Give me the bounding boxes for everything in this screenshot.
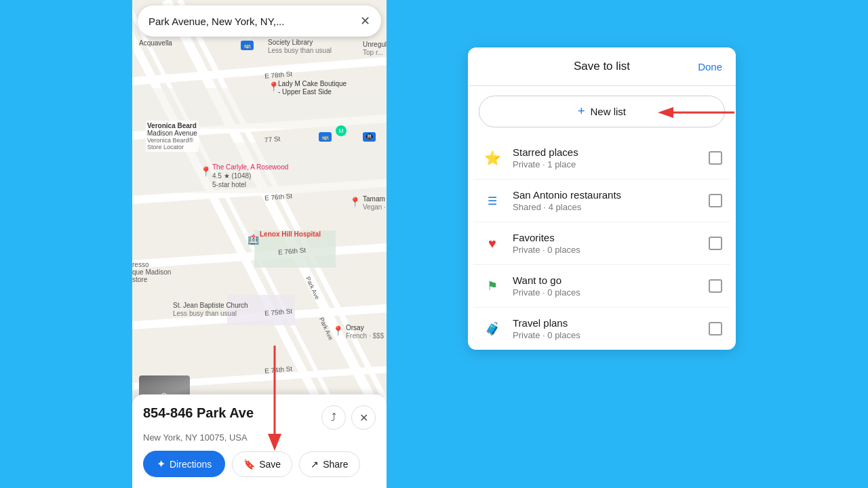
place-card-title: 854-846 Park Ave: [143, 405, 254, 421]
san-antonio-info: San Antonio restaurants Shared · 4 place…: [513, 189, 709, 212]
favorites-meta: Private · 0 places: [513, 245, 709, 255]
share-icon: ↗: [311, 459, 319, 470]
transit-m: M: [336, 125, 347, 136]
svg-line-4: [132, 61, 387, 81]
new-list-label: New list: [591, 106, 627, 117]
label-lady-m: Lady M Cake Boutique- Upper East Side: [278, 80, 346, 96]
san-antonio-icon: ☰: [481, 190, 503, 211]
place-card-header: 854-846 Park Ave ⤴ ✕: [143, 405, 376, 430]
list-item-favorites[interactable]: ♥ Favorites Private · 0 places: [473, 222, 730, 265]
directions-label: Directions: [170, 459, 212, 470]
pin-lenox: 🏥: [248, 234, 259, 245]
favorites-icon: ♥: [481, 232, 503, 254]
want-to-go-icon: ⚑: [481, 275, 503, 297]
street-label-77th: 77 St: [264, 135, 281, 144]
san-antonio-checkbox[interactable]: [709, 194, 722, 207]
starred-meta: Private · 1 place: [513, 159, 709, 169]
share-icon-button[interactable]: ⤴: [321, 405, 346, 430]
save-label: Save: [259, 459, 281, 470]
want-to-go-checkbox[interactable]: [709, 279, 722, 293]
favorites-checkbox[interactable]: [709, 237, 722, 250]
directions-icon: ✦: [157, 458, 165, 470]
san-antonio-name: San Antonio restaurants: [513, 189, 709, 201]
favorites-name: Favorites: [513, 232, 709, 243]
list-items-container: ⭐ Starred places Private · 1 place ☰ San…: [468, 137, 736, 350]
travel-plans-info: Travel plans Private · 0 places: [513, 317, 709, 340]
new-list-button[interactable]: + New list: [479, 96, 725, 127]
share-label: Share: [323, 459, 348, 470]
list-item-starred[interactable]: ⭐ Starred places Private · 1 place: [473, 137, 730, 180]
save-to-list-panel: Save to list Done + New list ⭐ Starred p…: [468, 47, 736, 350]
close-icon-button[interactable]: ✕: [351, 405, 376, 430]
save-panel-title: Save to list: [574, 60, 630, 73]
search-bar-text: Park Avenue, New York, NY,...: [149, 16, 284, 27]
want-to-go-meta: Private · 0 places: [513, 287, 709, 298]
transit-78th: 🚌: [241, 41, 254, 50]
want-to-go-name: Want to go: [513, 274, 709, 286]
travel-plans-checkbox[interactable]: [709, 322, 722, 336]
list-item-san-antonio[interactable]: ☰ San Antonio restaurants Shared · 4 pla…: [473, 180, 730, 222]
pin-carlyle: 📍: [200, 166, 212, 177]
place-card-actions: ✦ Directions 🔖 Save ↗ Share: [143, 451, 376, 477]
label-tamam: TamamVegan · $$: [363, 195, 387, 211]
label-unregular: Unregular Pi...Top r...: [363, 41, 387, 57]
map-container: E 78th St 77 St E 76th St E 76th St E 75…: [132, 0, 387, 488]
place-card-icons: ⤴ ✕: [321, 405, 376, 430]
starred-icon: ⭐: [481, 147, 503, 169]
label-church: St. Jean Baptiste ChurchLess busy than u…: [173, 302, 248, 318]
transit-77th: 🚌: [319, 132, 332, 142]
save-panel-header: Save to list Done: [468, 47, 736, 86]
save-icon: 🔖: [243, 459, 255, 470]
starred-checkbox[interactable]: [709, 151, 722, 165]
travel-plans-meta: Private · 0 places: [513, 330, 709, 340]
search-bar: Park Avenue, New York, NY,... ✕: [138, 5, 381, 37]
label-resso: ressoque Madisonstore: [132, 261, 171, 283]
want-to-go-info: Want to go Private · 0 places: [513, 274, 709, 298]
save-button[interactable]: 🔖 Save: [232, 451, 292, 477]
travel-plans-name: Travel plans: [513, 317, 709, 329]
list-item-want-to-go[interactable]: ⚑ Want to go Private · 0 places: [473, 265, 730, 308]
share-button[interactable]: ↗ Share: [299, 451, 359, 477]
label-orsay: OrsayFrench · $$$: [346, 324, 384, 340]
done-button[interactable]: Done: [698, 61, 722, 73]
label-lenox: Lenox Hill Hospital: [260, 230, 321, 238]
transit-77th-2: 🚇: [363, 132, 376, 142]
poi-acquavella: Acquavella: [139, 39, 172, 47]
search-bar-close-icon[interactable]: ✕: [360, 14, 370, 28]
starred-name: Starred places: [513, 146, 709, 158]
list-item-travel-plans[interactable]: 🧳 Travel plans Private · 0 places: [473, 308, 730, 350]
travel-plans-icon: 🧳: [481, 318, 503, 340]
directions-button[interactable]: ✦ Directions: [143, 451, 225, 477]
san-antonio-meta: Shared · 4 places: [513, 202, 709, 212]
place-card-address: New York, NY 10075, USA: [143, 432, 376, 443]
new-list-plus-icon: +: [578, 104, 585, 119]
starred-info: Starred places Private · 1 place: [513, 146, 709, 169]
label-veronica: Veronica Beard Madison Avenue Veronica B…: [146, 121, 199, 152]
pin-tamam: 📍: [349, 197, 361, 207]
favorites-info: Favorites Private · 0 places: [513, 232, 709, 255]
pin-orsay: 📍: [332, 325, 344, 336]
label-carlyle: The Carlyle, A Rosewood4.5 ★ (1048)5-sta…: [212, 163, 288, 189]
place-card: 854-846 Park Ave ⤴ ✕ New York, NY 10075,…: [132, 394, 387, 488]
